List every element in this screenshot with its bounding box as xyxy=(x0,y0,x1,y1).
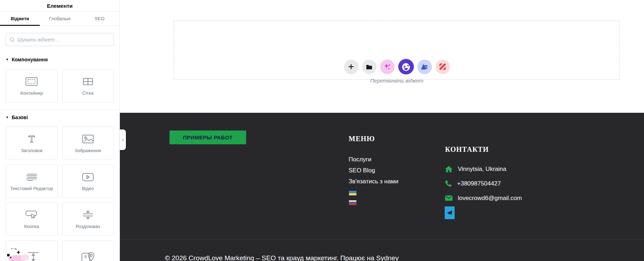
sydney-toolbox-button[interactable] xyxy=(435,60,450,74)
menu-link-services[interactable]: Послуги xyxy=(349,154,399,165)
widget-card-divider[interactable]: Розділювач xyxy=(62,202,114,236)
menu-link-contact-us[interactable]: Зв'язатись з нами xyxy=(349,176,399,187)
dropzone-actions xyxy=(174,59,620,74)
folder-icon xyxy=(366,64,372,70)
menu-link-seo-blog[interactable]: SEO Blog xyxy=(349,165,399,176)
widget-label: Розділювач xyxy=(76,224,100,229)
spacer-icon xyxy=(24,251,39,261)
footer-menu: Послуги SEO Blog Зв'язатись з нами xyxy=(349,154,399,187)
widget-label: Текстовий Редактор xyxy=(10,186,53,191)
sydney-n-logo-icon xyxy=(439,63,446,70)
google-maps-icon: g xyxy=(81,251,95,261)
dropzone-hint: Перетягніть віджет xyxy=(174,78,620,84)
empty-section-dropzone[interactable]: Перетягніть віджет xyxy=(174,21,620,80)
add-section-button[interactable] xyxy=(344,60,359,74)
envelope-icon xyxy=(445,195,453,201)
search-input[interactable] xyxy=(17,37,110,43)
footer-contacts-title: КОНТАКТИ xyxy=(445,145,489,154)
contact-address-row: Vinnytsia, Ukraina xyxy=(445,162,522,176)
widget-card-button[interactable]: Кнопка xyxy=(6,202,58,236)
widget-card-spacer[interactable] xyxy=(6,240,58,261)
russia-flag[interactable] xyxy=(349,200,356,205)
widget-label: Контейнер xyxy=(20,90,43,96)
button-icon xyxy=(26,209,38,221)
elementor-editor: Елементи Віджети Глобальні SEO ▼ Компону… xyxy=(0,0,644,261)
section-label: Компонування xyxy=(12,57,48,62)
tab-widgets[interactable]: Віджети xyxy=(0,12,40,26)
copyright-text: © 2026 CrowdLove Marketing – SEO та крау… xyxy=(165,254,399,261)
widget-card-google-maps[interactable]: g xyxy=(62,240,114,261)
caret-down-icon: ▼ xyxy=(6,58,9,61)
widget-label: Сітка xyxy=(82,90,93,96)
widget-card-text-editor[interactable]: Текстовий Редактор xyxy=(6,165,58,198)
footer-menu-title: МЕНЮ xyxy=(349,135,375,143)
widget-card-video[interactable]: Відео xyxy=(62,165,114,198)
home-icon xyxy=(445,166,453,172)
site-footer: ПРИМЕРЫ РАБОТ МЕНЮ Послуги SEO Blog Зв'я… xyxy=(120,113,644,261)
footer-divider xyxy=(120,239,644,240)
heading-icon: T xyxy=(26,133,37,145)
grid-icon xyxy=(83,76,93,87)
widget-card-grid[interactable]: Сітка xyxy=(62,69,114,102)
widget-card-container[interactable]: Контейнер xyxy=(6,69,58,102)
image-icon xyxy=(82,133,94,145)
ukraine-flag[interactable] xyxy=(349,191,356,195)
widget-card-heading[interactable]: T Заголовок xyxy=(6,127,58,160)
svg-text:g: g xyxy=(84,254,87,258)
svg-text:T: T xyxy=(29,134,35,144)
contact-email-row[interactable]: lovecrowd6@gmail.com xyxy=(445,191,522,205)
plus-icon xyxy=(348,64,354,70)
search-icon xyxy=(10,37,15,42)
add-template-button[interactable] xyxy=(362,60,377,74)
contact-address: Vinnytsia, Ukraina xyxy=(458,166,506,173)
caret-down-icon: ▼ xyxy=(6,116,9,119)
widget-label: Відео xyxy=(82,186,94,191)
addons-a-logo-icon xyxy=(421,63,428,70)
panel-collapse-handle[interactable]: ‹ xyxy=(120,129,126,150)
telegram-button[interactable] xyxy=(445,206,455,219)
section-layout[interactable]: ▼ Компонування xyxy=(6,57,114,62)
contact-email: lovecrowd6@gmail.com xyxy=(458,195,522,202)
container-icon xyxy=(26,76,38,87)
panel-title: Елементи xyxy=(0,0,120,12)
happy-addons-button[interactable] xyxy=(398,59,414,74)
editor-canvas: Перетягніть віджет ПРИМЕРЫ РАБОТ МЕНЮ По… xyxy=(120,0,644,261)
addons-a-button[interactable] xyxy=(417,60,432,74)
widget-label: Заголовок xyxy=(21,148,43,153)
contact-phone-row[interactable]: +380987504427 xyxy=(445,176,522,191)
widget-label: Кнопка xyxy=(24,224,39,229)
footer-contacts: Vinnytsia, Ukraina +380987504427 lovecro… xyxy=(445,162,522,205)
telegram-icon xyxy=(447,210,453,215)
basic-widgets: T Заголовок Зображення xyxy=(6,127,114,261)
ai-sparkles-icon xyxy=(383,63,391,71)
section-divider xyxy=(0,110,120,110)
examples-button[interactable]: ПРИМЕРЫ РАБОТ xyxy=(170,130,246,144)
layout-widgets: Контейнер Сітка xyxy=(6,69,114,102)
ai-builder-button[interactable] xyxy=(380,60,395,74)
tab-seo[interactable]: SEO xyxy=(80,12,120,26)
widget-label: Зображення xyxy=(75,148,101,153)
tab-global[interactable]: Глобальні xyxy=(40,12,79,26)
chevron-left-icon: ‹ xyxy=(122,137,124,143)
panel-tabs: Віджети Глобальні SEO xyxy=(0,12,120,26)
widget-search[interactable] xyxy=(6,33,114,46)
divider-icon xyxy=(83,209,93,221)
video-icon xyxy=(82,171,94,183)
text-editor-icon xyxy=(26,171,37,183)
happy-addons-icon xyxy=(401,62,411,72)
section-label: Базові xyxy=(12,115,28,120)
widgets-panel: Елементи Віджети Глобальні SEO ▼ Компону… xyxy=(0,0,120,261)
widget-card-image[interactable]: Зображення xyxy=(62,127,114,160)
contact-phone: +380987504427 xyxy=(457,180,501,187)
phone-icon xyxy=(445,180,452,187)
section-basic[interactable]: ▼ Базові xyxy=(6,115,114,120)
